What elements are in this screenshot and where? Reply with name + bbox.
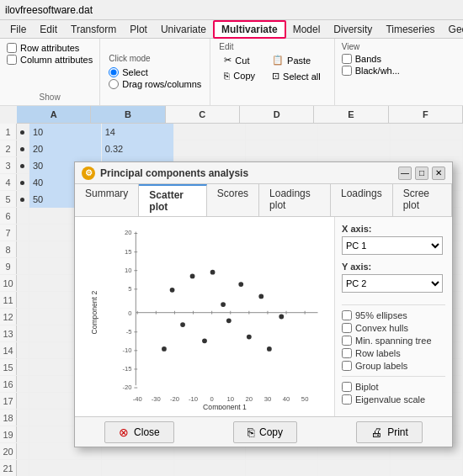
svg-text:15: 15 (125, 248, 132, 256)
eigenvalue-scale-label: Eigenvalue scale (355, 394, 425, 405)
svg-point-42 (190, 274, 195, 279)
pca-plot-area: 20 15 10 5 0 -5 -10 -15 -20 -40 (75, 217, 334, 416)
cell-F[interactable] (391, 124, 463, 140)
cell-C[interactable] (174, 140, 247, 157)
cell-B[interactable]: 14 (102, 124, 174, 140)
menu-file[interactable]: File (3, 22, 33, 37)
menu-univariate[interactable]: Univariate (154, 22, 213, 37)
view-section: View Bands Black/wh... (335, 39, 407, 105)
min-spanning-check[interactable]: Min. spanning tree (342, 336, 445, 346)
biplot-check[interactable]: Biplot (342, 382, 445, 392)
menu-bar: File Edit Transform Plot Univariate Mult… (0, 20, 463, 39)
tab-scree-plot[interactable]: Scree plot (393, 184, 452, 216)
y-axis-label: Y axis: (342, 262, 445, 272)
col-header-F: F (389, 106, 463, 123)
pca-sidebar: X axis: PC 1 PC 2 PC 3 Y axis: PC 2 PC 1… (334, 217, 452, 416)
pca-minimize-btn[interactable]: — (398, 167, 412, 180)
cell-D[interactable] (246, 124, 318, 140)
bands-label: Bands (355, 54, 381, 64)
cell-D[interactable] (246, 460, 318, 476)
ellipses-check[interactable]: 95% ellipses (342, 310, 445, 320)
x-axis-label: X axis: (342, 224, 445, 234)
row-labels-check[interactable]: Row labels (342, 348, 445, 358)
ellipses-label: 95% ellipses (355, 310, 407, 320)
cell-E[interactable] (318, 140, 391, 157)
select-label: Select (122, 67, 148, 77)
svg-text:10: 10 (226, 395, 234, 403)
tab-scatter-plot[interactable]: Scatter plot (139, 184, 206, 216)
svg-point-50 (258, 294, 263, 299)
svg-text:Component 1: Component 1 (203, 403, 247, 410)
pca-print-button[interactable]: 🖨 Print (356, 421, 423, 443)
drag-radio[interactable]: Drag rows/columns (109, 79, 201, 89)
svg-point-48 (238, 282, 243, 287)
cell-B[interactable]: 0.32 (102, 140, 174, 157)
menu-geometry[interactable]: Geometry (442, 22, 463, 37)
cell-E[interactable] (318, 124, 391, 140)
row-number: 10 (0, 275, 17, 291)
tab-summary[interactable]: Summary (75, 184, 139, 216)
pca-close-button[interactable]: ⊗ Close (104, 421, 174, 443)
show-section: Row attributes Column attributes Show (0, 39, 100, 105)
cell-A[interactable] (29, 460, 102, 476)
y-axis-select[interactable]: PC 2 PC 1 PC 3 (342, 274, 443, 293)
select-all-button[interactable]: ⊡ Select all (267, 69, 326, 83)
convex-hulls-check[interactable]: Convex hulls (342, 323, 445, 333)
row-bullet (17, 325, 29, 342)
menu-diversity[interactable]: Diversity (327, 22, 379, 37)
menu-model[interactable]: Model (286, 22, 327, 37)
select-radio[interactable]: Select (109, 67, 201, 77)
tab-scores[interactable]: Scores (207, 184, 259, 216)
menu-edit[interactable]: Edit (33, 22, 64, 37)
row-bullet (17, 460, 29, 476)
pca-copy-button[interactable]: ⎘ Copy (233, 421, 297, 443)
copy-label: Copy (233, 71, 255, 81)
cell-A[interactable]: 20 (29, 140, 102, 157)
pca-maximize-btn[interactable]: □ (415, 167, 428, 180)
tab-loadings-plot[interactable]: Loadings plot (259, 184, 331, 216)
close-btn-label: Close (134, 426, 160, 438)
cell-B[interactable] (102, 460, 174, 476)
row-bullet (17, 393, 29, 410)
cell-C[interactable] (174, 124, 247, 140)
copy-button[interactable]: ⎘ Copy (219, 69, 260, 82)
row-bullet (17, 191, 29, 208)
col-attributes-check[interactable]: Column attributes (7, 55, 93, 65)
cell-F[interactable] (391, 460, 463, 476)
print-btn-label: Print (387, 426, 408, 438)
menu-transform[interactable]: Transform (64, 22, 123, 37)
cut-button[interactable]: ✂ Cut (219, 53, 260, 67)
view-section-title: View (342, 42, 400, 51)
svg-text:30: 30 (264, 395, 272, 403)
col-attributes-label: Column attributes (20, 55, 93, 65)
bands-check[interactable]: Bands (342, 54, 400, 64)
cell-C[interactable] (174, 460, 247, 476)
click-mode-title: Click mode (109, 54, 201, 63)
row-attributes-check[interactable]: Row attributes (7, 43, 93, 53)
svg-point-44 (202, 338, 207, 343)
pca-tab-bar: Summary Scatter plot Scores Loadings plo… (75, 184, 452, 217)
menu-plot[interactable]: Plot (123, 22, 154, 37)
pca-close-btn[interactable]: ✕ (432, 167, 445, 180)
cell-A[interactable]: 10 (29, 124, 102, 140)
cell-E[interactable] (318, 460, 391, 476)
row-bullet (17, 225, 29, 241)
row-number: 11 (0, 292, 17, 308)
menu-timeseries[interactable]: Timeseries (379, 22, 441, 37)
eigenvalue-scale-check[interactable]: Eigenvalue scale (342, 394, 445, 405)
pca-title-bar: ⚙ Principal components analysis — □ ✕ (75, 162, 452, 184)
tab-loadings[interactable]: Loadings (331, 184, 393, 216)
cell-F[interactable] (391, 140, 463, 157)
x-axis-select[interactable]: PC 1 PC 2 PC 3 (342, 236, 443, 255)
blackwh-check[interactable]: Black/wh... (342, 66, 400, 76)
row-number: 12 (0, 309, 17, 325)
svg-point-47 (226, 318, 232, 323)
title-bar-text: ilovfreesoftware.dat (5, 4, 93, 16)
cell-D[interactable] (246, 140, 318, 157)
paste-button[interactable]: 📋 Paste (267, 53, 326, 67)
menu-multivariate[interactable]: Multivariate (213, 20, 286, 39)
group-labels-check[interactable]: Group labels (342, 361, 445, 371)
row-number: 4 (0, 174, 17, 190)
svg-point-51 (267, 346, 272, 352)
row-number: 19 (0, 426, 17, 442)
